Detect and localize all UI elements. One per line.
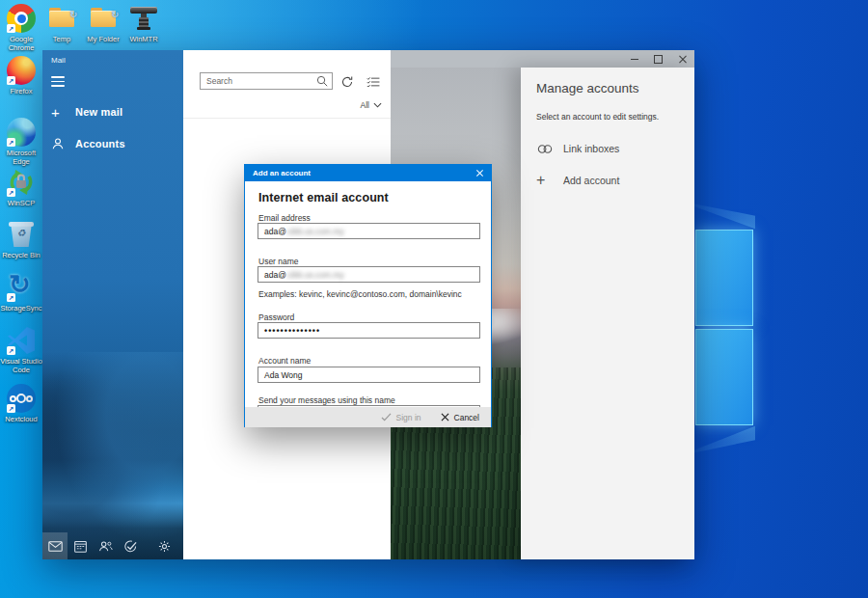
shortcut-arrow-icon xyxy=(7,138,15,147)
hamburger-menu-icon[interactable] xyxy=(51,76,65,87)
user-name-field[interactable]: ada@cibb.us.com.my xyxy=(258,266,480,283)
sidebar-bottom-nav xyxy=(42,532,183,559)
shortcut-arrow-icon xyxy=(7,293,15,302)
edge-icon xyxy=(7,118,36,147)
nextcloud-icon xyxy=(7,384,36,413)
desktop-icon-winmtr[interactable]: WinMTR xyxy=(122,4,165,43)
window-titlebar xyxy=(391,50,694,68)
shortcut-arrow-icon xyxy=(7,188,15,197)
dialog-title: Add an account xyxy=(253,169,311,177)
dialog-close-icon[interactable] xyxy=(468,165,491,181)
selection-mode-icon[interactable] xyxy=(366,74,381,90)
email-address-field[interactable]: ada@cibb.us.com.my xyxy=(258,223,480,239)
firefox-icon xyxy=(7,56,36,85)
desktop-icon-microsoft-edge[interactable]: Microsoft Edge xyxy=(0,118,42,166)
plus-icon xyxy=(536,173,556,188)
desktop-icon-label: Google Chrome xyxy=(0,35,42,52)
manage-accounts-panel: Manage accounts Select an account to edi… xyxy=(521,68,694,559)
desktop-icon-firefox[interactable]: Firefox xyxy=(0,56,42,95)
windows-logo-pane-bottom xyxy=(695,329,753,425)
manage-accounts-title: Manage accounts xyxy=(536,81,639,95)
shortcut-arrow-icon xyxy=(7,76,15,85)
desktop-icon-my-folder[interactable]: My Folder xyxy=(82,4,124,43)
desktop-icon-label: WinMTR xyxy=(129,35,157,43)
chrome-icon xyxy=(7,4,36,33)
account-name-field[interactable]: Ada Wong xyxy=(258,367,480,383)
sync-badge-icon xyxy=(111,4,119,21)
folder-icon xyxy=(89,4,118,33)
password-field[interactable]: •••••••••••••• xyxy=(258,322,480,339)
shortcut-arrow-icon xyxy=(7,24,15,33)
mail-nav-icon[interactable] xyxy=(42,532,68,559)
desktop-icon-label: Recycle Bin xyxy=(2,251,41,259)
winmtr-icon xyxy=(129,4,158,33)
email-redacted-text: cibb.us.com.my xyxy=(287,227,344,236)
username-visible-text: ada@ xyxy=(264,270,286,280)
accounts-label: Accounts xyxy=(75,138,125,150)
sign-in-label: Sign in xyxy=(396,413,421,422)
account-name-label: Account name xyxy=(258,356,311,366)
todo-nav-icon[interactable] xyxy=(118,532,143,559)
plus-icon xyxy=(51,105,67,120)
email-visible-text: ada@ xyxy=(264,227,286,236)
person-icon xyxy=(51,137,67,150)
cancel-label: Cancel xyxy=(454,413,479,422)
password-label: Password xyxy=(258,313,294,322)
winscp-icon xyxy=(7,168,36,197)
storagesync-icon xyxy=(7,273,36,302)
search-box[interactable] xyxy=(200,72,333,90)
link-inboxes-label: Link inboxes xyxy=(563,143,619,154)
cancel-x-icon xyxy=(441,413,449,421)
link-inboxes-button[interactable]: Link inboxes xyxy=(521,137,694,160)
desktop-wallpaper: Google Chrome Temp My Folder WinMTR Fire… xyxy=(0,0,868,598)
dialog-heading: Internet email account xyxy=(258,191,389,204)
dialog-titlebar: Add an account xyxy=(245,165,491,181)
calendar-nav-icon[interactable] xyxy=(68,532,93,559)
username-redacted-text: cibb.us.com.my xyxy=(287,270,344,280)
minimize-button[interactable] xyxy=(622,50,646,68)
desktop-icon-label: Temp xyxy=(53,35,70,43)
add-account-button[interactable]: Add account xyxy=(521,169,694,192)
add-account-label: Add account xyxy=(563,175,619,186)
settings-gear-icon[interactable] xyxy=(151,532,176,559)
sync-badge-icon xyxy=(69,4,77,21)
close-button[interactable] xyxy=(670,50,694,68)
window-title: Mail xyxy=(51,56,66,65)
desktop-icon-visual-studio-code[interactable]: Visual Studio Code xyxy=(0,326,42,374)
sync-refresh-icon[interactable] xyxy=(339,74,355,90)
accounts-button[interactable]: Accounts xyxy=(42,133,183,154)
email-address-label: Email address xyxy=(258,213,311,223)
desktop-icon-label: Microsoft Edge xyxy=(0,149,42,166)
desktop-icon-storagesync[interactable]: StorageSync xyxy=(0,273,42,313)
new-mail-button[interactable]: New mail xyxy=(42,101,183,122)
desktop-icon-label: Firefox xyxy=(11,87,33,95)
sidebar-background-photo xyxy=(42,352,183,559)
filter-all-label: All xyxy=(361,100,369,110)
filter-all-dropdown[interactable]: All xyxy=(361,100,382,110)
user-name-label: User name xyxy=(258,257,299,266)
search-input[interactable] xyxy=(201,76,316,86)
new-mail-label: New mail xyxy=(75,106,122,118)
desktop-icon-recycle-bin[interactable]: Recycle Bin xyxy=(0,220,42,259)
search-icon[interactable] xyxy=(316,75,328,87)
link-icon xyxy=(536,143,556,155)
desktop-icon-nextcloud[interactable]: Nextcloud xyxy=(0,384,42,423)
add-account-dialog: Add an account Internet email account Em… xyxy=(244,164,492,427)
desktop-icon-label: WinSCP xyxy=(8,199,35,207)
folder-icon xyxy=(47,4,76,33)
manage-accounts-subtitle: Select an account to edit settings. xyxy=(536,112,659,122)
divider xyxy=(183,118,391,119)
people-nav-icon[interactable] xyxy=(93,532,118,559)
desktop-icon-label: Nextcloud xyxy=(5,415,37,423)
send-name-label: Send your messages using this name xyxy=(258,395,395,405)
maximize-button[interactable] xyxy=(646,50,670,68)
desktop-icon-temp[interactable]: Temp xyxy=(41,4,83,43)
desktop-icon-winscp[interactable]: WinSCP xyxy=(0,168,42,207)
shortcut-arrow-icon xyxy=(7,404,15,413)
cancel-button[interactable]: Cancel xyxy=(441,413,479,422)
shortcut-arrow-icon xyxy=(7,346,15,355)
sign-in-button[interactable]: Sign in xyxy=(381,413,421,422)
dialog-footer: Sign in Cancel xyxy=(245,407,491,427)
desktop-icon-google-chrome[interactable]: Google Chrome xyxy=(0,4,42,52)
password-dots: •••••••••••••• xyxy=(264,326,320,336)
